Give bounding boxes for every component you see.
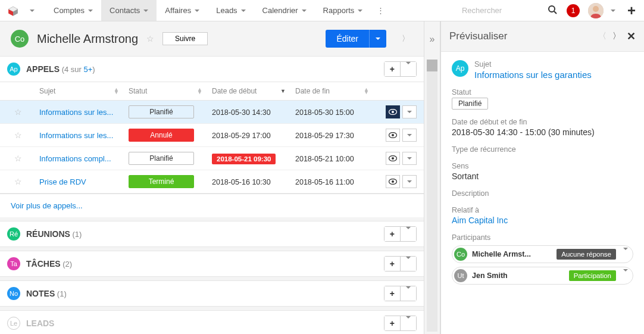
preview-row-icon[interactable]: [386, 129, 400, 142]
start-date: 2018-05-30 14:30: [212, 108, 271, 117]
panel-menu-button[interactable]: [401, 257, 416, 271]
row-subject-link[interactable]: Prise de RDV: [39, 177, 121, 186]
row-favorite-icon[interactable]: ☆: [14, 154, 22, 163]
sort-icon[interactable]: ▲▼: [364, 88, 369, 94]
panel-add-button[interactable]: +: [384, 286, 401, 301]
overdue-date-badge: 2018-05-21 09:30: [212, 154, 276, 164]
panel-menu-button[interactable]: [401, 227, 416, 241]
caret-down-icon: [406, 316, 411, 328]
search-input[interactable]: [459, 4, 543, 17]
preview-row-icon[interactable]: [386, 175, 400, 188]
pv-subject-link[interactable]: Informations sur les garanties: [474, 70, 592, 80]
panel-header-notes[interactable]: NoNOTES (1)+: [0, 280, 424, 307]
caret-down-icon: [358, 10, 362, 12]
row-menu-button[interactable]: [402, 152, 417, 165]
app-logo-icon[interactable]: [5, 2, 21, 19]
preview-row-icon[interactable]: [386, 105, 400, 118]
preview-row-icon[interactable]: [386, 152, 400, 165]
global-add-button[interactable]: +: [619, 2, 644, 19]
notification-badge[interactable]: 1: [567, 4, 580, 17]
edit-menu-caret[interactable]: [369, 30, 386, 48]
svg-point-10: [392, 134, 394, 136]
nav-item-leads[interactable]: Leads: [208, 0, 254, 21]
user-menu-caret[interactable]: [607, 0, 619, 21]
panel-title: TÂCHES: [26, 259, 61, 269]
participant-menu-icon[interactable]: [621, 250, 630, 259]
row-subject-link[interactable]: Informations sur les...: [39, 131, 121, 140]
panel-add-button[interactable]: +: [384, 316, 401, 330]
row-favorite-icon[interactable]: ☆: [14, 177, 22, 186]
appels-count-link[interactable]: 5+: [83, 65, 92, 74]
preview-next-icon[interactable]: 〉: [612, 31, 621, 42]
table-row[interactable]: ☆Informations sur les...Annulé2018-05-29…: [0, 124, 424, 147]
panel-header-tâches[interactable]: TaTÂCHES (2)+: [0, 251, 424, 277]
next-record-icon[interactable]: 〉: [398, 33, 413, 44]
nav-item-affaires[interactable]: Affaires: [157, 0, 208, 21]
appels-badge-icon: Ap: [7, 63, 20, 76]
appels-add-button[interactable]: +: [384, 62, 401, 76]
panel-header-leads[interactable]: LeLEADS +: [0, 310, 424, 334]
caret-down-icon: [406, 257, 411, 269]
sort-desc-icon[interactable]: ▼: [280, 90, 286, 93]
appels-menu-button[interactable]: [401, 62, 416, 76]
table-row[interactable]: ☆Informations compl...Planifié2018-05-21…: [0, 147, 424, 170]
preview-close-icon[interactable]: ✕: [627, 30, 636, 43]
record-header: Co Michelle Armstrong ☆ Suivre Éditer 〉: [0, 21, 424, 56]
participant-menu-icon[interactable]: [621, 271, 630, 280]
row-favorite-icon[interactable]: ☆: [14, 107, 22, 117]
nav-more-icon[interactable]: ⋮: [371, 6, 390, 15]
nav-item-rapports[interactable]: Rapports: [315, 0, 371, 21]
caret-down-icon: [88, 10, 93, 12]
panel-add-button[interactable]: +: [384, 227, 401, 241]
table-row[interactable]: ☆Informations sur les...Planifié2018-05-…: [0, 101, 424, 124]
row-favorite-icon[interactable]: ☆: [14, 130, 22, 140]
caret-down-icon: [407, 157, 412, 160]
record-type-badge: Co: [11, 30, 29, 48]
col-status[interactable]: Statut: [129, 87, 147, 95]
row-status-badge: Planifié: [129, 152, 194, 165]
favorite-star-icon[interactable]: ☆: [146, 34, 154, 43]
pv-related-link[interactable]: Aim Capital Inc: [452, 216, 508, 225]
panel-header-réunions[interactable]: RéRÉUNIONS (1)+: [0, 221, 424, 247]
row-subject-link[interactable]: Informations sur les...: [39, 108, 121, 117]
panel-menu-button[interactable]: [401, 286, 416, 301]
row-status-badge: Terminé: [129, 175, 194, 188]
pv-related-label: Relatif à: [452, 206, 633, 214]
caret-down-icon: [407, 111, 412, 113]
expand-preview-icon[interactable]: »: [424, 21, 440, 57]
sort-icon[interactable]: ▲▼: [114, 88, 119, 94]
participant-badge-icon: Ut: [454, 269, 467, 282]
nav-item-calendrier[interactable]: Calendrier: [254, 0, 315, 21]
panel-add-button[interactable]: +: [384, 257, 401, 271]
follow-button[interactable]: Suivre: [162, 32, 208, 45]
row-menu-button[interactable]: [402, 129, 417, 142]
col-subject[interactable]: Sujet: [39, 87, 55, 95]
col-start[interactable]: Date de début: [212, 87, 257, 95]
preview-title: Prévisualiser: [449, 30, 507, 42]
row-subject-link[interactable]: Informations compl...: [39, 154, 121, 163]
col-end[interactable]: Date de fin: [295, 87, 330, 95]
logo-menu[interactable]: [21, 0, 43, 21]
pv-participants-label: Participants: [452, 233, 633, 242]
search-icon[interactable]: [543, 5, 562, 16]
vertical-scrollbar[interactable]: [427, 60, 437, 332]
nav-item-contacts[interactable]: Contacts: [101, 0, 157, 21]
preview-prev-icon[interactable]: 〈: [598, 31, 607, 42]
appels-count: (4 sur 5+): [62, 65, 95, 74]
row-menu-button[interactable]: [402, 105, 417, 118]
nav-item-comptes[interactable]: Comptes: [45, 0, 101, 21]
pv-direction-value: Sortant: [452, 171, 633, 181]
appels-table: Sujet▲▼ Statut▲▼ Date de début▼ Date de …: [0, 82, 424, 193]
row-menu-button[interactable]: [402, 175, 417, 188]
panel-menu-button[interactable]: [401, 316, 416, 330]
end-date: 2018-05-30 15:00: [295, 108, 354, 117]
side-resize-handle[interactable]: »: [424, 21, 440, 334]
edit-button[interactable]: Éditer: [326, 30, 369, 48]
horizontal-scrollbar[interactable]: [0, 193, 424, 194]
record-title: Michelle Armstrong: [37, 32, 138, 46]
user-avatar[interactable]: [588, 3, 604, 18]
more-appels-link[interactable]: Voir plus de appels...: [11, 201, 83, 210]
caret-down-icon: [241, 10, 246, 12]
sort-icon[interactable]: ▲▼: [197, 88, 202, 94]
table-row[interactable]: ☆Prise de RDVTerminé2018-05-16 10:302018…: [0, 170, 424, 193]
